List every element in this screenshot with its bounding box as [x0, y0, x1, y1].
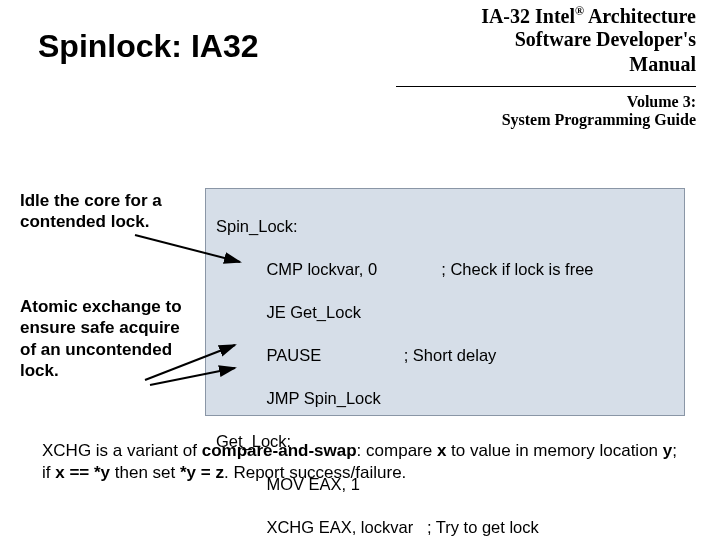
code-comment-2: ; Check if lock is free [441, 260, 593, 278]
foot-bold-set: *y = z [180, 463, 224, 482]
cover-divider [396, 86, 696, 87]
foot-bold-x: x [437, 441, 446, 460]
foot-bold-cond: x == *y [55, 463, 110, 482]
code-line-1: Spin_Lock: [216, 216, 674, 237]
code-line-4: PAUSE ; Short delay [216, 345, 674, 366]
cover-line-1: IA-32 Intel® Architecture [396, 4, 696, 28]
cover-line-1b: Architecture [584, 5, 696, 27]
code-comment-4: ; Short delay [404, 346, 497, 364]
foot-seg-k: . Report success/failure. [224, 463, 406, 482]
code-line-8: XCHG EAX, lockvar ; Try to get lock [216, 517, 674, 538]
code-instr-2: CMP lockvar, 0 [216, 260, 377, 278]
slide-title: Spinlock: IA32 [38, 28, 259, 65]
annotation-idle-core: Idle the core for a contended lock. [20, 190, 190, 233]
code-line-5: JMP Spin_Lock [216, 388, 674, 409]
cover-subtitle: System Programming Guide [396, 111, 696, 129]
foot-seg-c: : compare [357, 441, 437, 460]
cover-line-3: Manual [396, 53, 696, 76]
foot-seg-e: to value in memory location [446, 441, 662, 460]
foot-seg-a: XCHG is a variant of [42, 441, 202, 460]
code-line-3: JE Get_Lock [216, 302, 674, 323]
foot-bold-y: y [663, 441, 672, 460]
footnote-paragraph: XCHG is a variant of compare-and-swap: c… [42, 440, 682, 484]
cover-label: IA-32 Intel® Architecture Software Devel… [396, 4, 696, 129]
code-comment-8: ; Try to get lock [427, 518, 539, 536]
foot-bold-cas: compare-and-swap [202, 441, 357, 460]
foot-seg-i: then set [110, 463, 180, 482]
cover-line-1a: IA-32 Intel [481, 5, 575, 27]
registered-symbol: ® [575, 4, 584, 18]
code-instr-4: PAUSE [216, 346, 321, 364]
code-listing: Spin_Lock: CMP lockvar, 0 ; Check if loc… [205, 188, 685, 416]
code-instr-8: XCHG EAX, lockvar [216, 518, 413, 536]
code-line-2: CMP lockvar, 0 ; Check if lock is free [216, 259, 674, 280]
cover-line-2: Software Developer's [396, 28, 696, 51]
cover-volume: Volume 3: [396, 93, 696, 111]
annotation-atomic-exchange: Atomic exchange to ensure safe acquire o… [20, 296, 190, 381]
